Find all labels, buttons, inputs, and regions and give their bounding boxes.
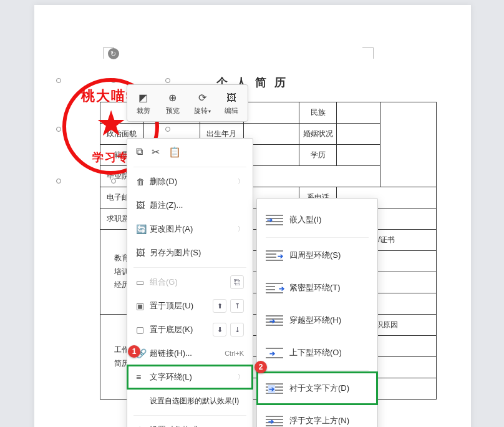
menu-group-label: 组合(G)	[150, 277, 230, 288]
group-icon: ▭	[136, 277, 150, 287]
selection-handle[interactable]	[111, 179, 116, 184]
edit-button[interactable]: 🖼 编辑	[217, 91, 246, 115]
wrap-behind-icon: ➔	[266, 381, 283, 395]
menu-change-picture[interactable]: 🔄 更改图片(A) 〉	[127, 217, 253, 241]
selection-handle[interactable]	[56, 127, 61, 132]
menu-hyperlink[interactable]: 🔗 超链接(H)... Ctrl+K	[127, 341, 253, 365]
menu-set-default-label: 设置自选图形的默认效果(I)	[150, 396, 244, 406]
image-mini-toolbar: ◩ 裁剪 ⊕ 预览 ⟳ 旋转▾ 🖼 编辑	[127, 84, 248, 122]
wrap-inline-icon: ➔	[266, 213, 283, 227]
wrap-inline-label: 嵌入型(I)	[289, 214, 321, 225]
wrap-front-icon: ➔	[266, 414, 283, 427]
crop-icon: ◩	[138, 91, 148, 105]
wrap-top-bottom-icon: ➔	[266, 346, 283, 360]
save-picture-icon: 🖼	[136, 248, 150, 258]
menu-bring-front[interactable]: ▣ 置于顶层(U) ⬆ ⤒	[127, 294, 253, 318]
crop-label: 裁剪	[137, 106, 150, 115]
separator	[133, 167, 246, 167]
menu-save-as-picture[interactable]: 🖼 另存为图片(S)	[127, 241, 253, 265]
menu-bring-front-label: 置于顶层(U)	[150, 300, 213, 312]
menu-send-back-label: 置于底层(K)	[150, 324, 213, 335]
wrap-through-label: 穿越型环绕(H)	[289, 315, 341, 326]
page-corner-tr	[362, 47, 374, 59]
zoom-in-icon: ⊕	[168, 91, 177, 105]
menu-delete[interactable]: 🗑 删除(D) 〉	[127, 170, 253, 194]
selection-handle[interactable]	[165, 127, 170, 132]
separator	[266, 237, 369, 238]
hyperlink-shortcut: Ctrl+K	[225, 350, 244, 357]
menu-delete-label: 删除(D)	[150, 176, 238, 187]
cut-icon[interactable]: ✂	[152, 146, 160, 158]
bring-front-extra-icon[interactable]: ⤒	[230, 299, 244, 313]
separator	[133, 415, 246, 416]
menu-text-wrap-label: 文字环绕(L)	[150, 371, 238, 383]
crop-button[interactable]: ◩ 裁剪	[129, 91, 158, 115]
send-backward-icon[interactable]: ⬇	[213, 323, 226, 336]
menu-send-back[interactable]: ▢ 置于底层(K) ⬇ ⤓	[127, 318, 253, 341]
wrap-behind-text[interactable]: ➔ 衬于文字下方(D)	[257, 372, 377, 405]
menu-caption[interactable]: 🖼 题注(Z)...	[127, 194, 253, 217]
edit-label: 编辑	[225, 106, 238, 115]
selection-handle[interactable]	[165, 78, 170, 83]
menu-text-wrap[interactable]: ≡ 文字环绕(L) 〉	[127, 365, 253, 389]
send-back-extra-icon[interactable]: ⤓	[230, 323, 244, 336]
menu-change-picture-label: 更改图片(A)	[150, 223, 238, 235]
wrap-inline[interactable]: ➔ 嵌入型(I)	[257, 204, 377, 236]
wrap-top-bottom-label: 上下型环绕(O)	[289, 347, 342, 358]
label-ethnic: 民族	[299, 102, 337, 124]
chevron-right-icon: 〉	[238, 373, 244, 381]
label-education: 学历	[299, 145, 337, 166]
selection-handle[interactable]	[56, 179, 61, 184]
change-picture-icon: 🔄	[136, 224, 150, 234]
menu-hyperlink-label: 超链接(H)...	[150, 348, 225, 359]
wrap-square-icon: ➔	[266, 248, 283, 262]
wrap-in-front[interactable]: ➔ 浮于文字上方(N)	[257, 405, 377, 427]
rotate-button[interactable]: ⟳ 旋转▾	[188, 91, 216, 115]
menu-group: ▭ 组合(G) ⿻	[127, 270, 253, 294]
text-wrap-submenu: ➔ 嵌入型(I) ➔ 四周型环绕(S) ➔ 紧密型环绕(T) ➔ 穿越型环绕(H…	[256, 198, 378, 427]
paste-icon[interactable]: 📋	[168, 146, 181, 158]
chevron-right-icon: 〉	[238, 177, 244, 186]
picture-edit-icon: 🖼	[226, 91, 236, 105]
preview-label: 预览	[166, 106, 180, 115]
menu-save-as-picture-label: 另存为图片(S)	[150, 247, 244, 258]
copy-icon[interactable]: ⧉	[136, 146, 143, 158]
rotate-handle-icon[interactable]: ↻	[108, 48, 119, 59]
annotation-badge-1: 1	[128, 345, 140, 358]
send-back-icon: ▢	[136, 325, 150, 335]
chevron-right-icon: 〉	[238, 225, 244, 233]
bring-forward-icon[interactable]: ⬆	[213, 299, 226, 313]
wrap-in-front-label: 浮于文字上方(N)	[289, 415, 349, 426]
label-marital: 婚姻状况	[299, 124, 337, 145]
text-wrap-icon: ≡	[136, 372, 150, 382]
selection-handle[interactable]	[56, 78, 61, 83]
rotate-label: 旋转	[194, 107, 208, 114]
annotation-badge-2: 2	[254, 361, 267, 373]
star-icon: ★	[95, 102, 127, 143]
group-extra-icon: ⿻	[230, 275, 244, 289]
wrap-tight-label: 紧密型环绕(T)	[289, 282, 341, 293]
trash-icon: 🗑	[136, 177, 150, 187]
wrap-square-label: 四周型环绕(S)	[289, 250, 341, 261]
chevron-down-icon: ▾	[208, 109, 211, 114]
bring-front-icon: ▣	[136, 301, 150, 311]
wrap-square[interactable]: ➔ 四周型环绕(S)	[257, 239, 377, 272]
separator	[133, 267, 246, 268]
context-menu: ⧉ ✂ 📋 🗑 删除(D) 〉 🖼 题注(Z)... 🔄 更改图片(A) 〉 🖼…	[127, 138, 253, 427]
menu-caption-label: 题注(Z)...	[150, 200, 244, 211]
wrap-behind-label: 衬于文字下方(D)	[289, 383, 349, 394]
wrap-top-bottom[interactable]: ➔ 上下型环绕(O)	[257, 336, 377, 369]
menu-format-object-label: 设置对象格式(O)...	[150, 425, 244, 427]
wrap-through[interactable]: ➔ 穿越型环绕(H)	[257, 304, 377, 336]
rotate-icon: ⟳	[198, 91, 206, 105]
wrap-tight[interactable]: ➔ 紧密型环绕(T)	[257, 272, 377, 304]
preview-button[interactable]: ⊕ 预览	[158, 91, 187, 115]
separator	[266, 370, 369, 371]
wrap-tight-icon: ➔	[266, 281, 283, 295]
caption-icon: 🖼	[136, 200, 150, 210]
menu-set-default[interactable]: 设置自选图形的默认效果(I)	[127, 389, 253, 413]
wrap-through-icon: ➔	[266, 313, 283, 327]
menu-format-object[interactable]: ⚙ 设置对象格式(O)...	[127, 418, 253, 427]
